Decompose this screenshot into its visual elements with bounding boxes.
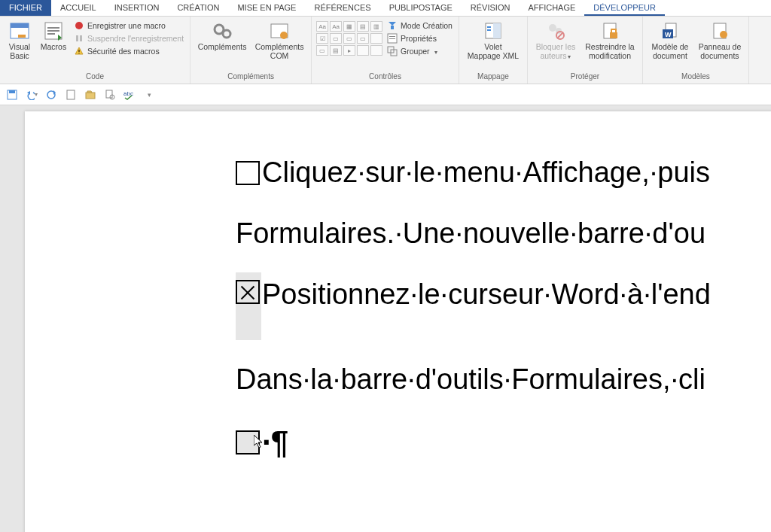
tab-layout[interactable]: MISE EN PAGE: [228, 0, 305, 16]
visual-basic-icon: [8, 20, 32, 42]
new-document-button[interactable]: [65, 89, 77, 101]
properties-icon: [387, 33, 398, 44]
svg-rect-13: [78, 53, 80, 53]
group-label-templates: Modèles: [681, 72, 710, 82]
group-code: Visual Basic Macros Enregistrer une macr…: [0, 17, 190, 84]
controls-gallery[interactable]: AaAa▦▤▥ ☑▭▭▭ ▭▤▸: [316, 21, 382, 56]
visual-basic-button[interactable]: Visual Basic: [5, 18, 35, 60]
properties-button[interactable]: Propriétés: [386, 32, 454, 44]
xml-pane-icon: [481, 20, 505, 42]
group-addins: Compléments Compléments COM Compléments: [190, 17, 312, 84]
tab-developer[interactable]: DÉVELOPPEUR: [584, 0, 665, 16]
svg-rect-10: [80, 35, 82, 41]
svg-rect-46: [67, 90, 75, 99]
svg-point-29: [549, 24, 556, 32]
svg-rect-9: [76, 35, 78, 41]
svg-marker-48: [87, 91, 92, 93]
qat-customize[interactable]: ▾: [143, 89, 155, 101]
paragraph-2-line-1: Positionnez·le·curseur·Word·à·l'end: [236, 278, 771, 311]
svg-point-17: [280, 32, 288, 39]
svg-rect-47: [86, 93, 95, 99]
ribbon: Visual Basic Macros Enregistrer une macr…: [0, 17, 771, 84]
group-icon: [387, 46, 398, 56]
macro-security-button[interactable]: Sécurité des macros: [72, 45, 185, 57]
svg-rect-22: [389, 38, 395, 39]
design-mode-icon: [387, 20, 398, 31]
svg-rect-42: [9, 90, 15, 93]
document-template-button[interactable]: W Modèle de document: [648, 18, 693, 60]
print-preview-button[interactable]: [104, 89, 116, 101]
tab-view[interactable]: AFFICHAGE: [519, 0, 584, 16]
com-gear-icon: [267, 20, 291, 42]
block-authors-button: Bloquer les auteurs: [532, 18, 579, 62]
paragraph-3: ·¶: [236, 424, 771, 461]
ribbon-tabs: FICHIER ACCUEIL INSERTION CRÉATION MISE …: [0, 0, 771, 17]
group-controls: AaAa▦▤▥ ☑▭▭▭ ▭▤▸ Mode Création Propriété…: [312, 17, 459, 84]
paragraph-1-line-2: Formulaires.·Une·nouvelle·barre·d'ou: [236, 217, 771, 250]
tab-design[interactable]: CRÉATION: [168, 0, 228, 16]
record-icon: [74, 20, 84, 31]
svg-rect-21: [389, 36, 395, 37]
svg-rect-19: [391, 26, 394, 29]
pause-icon: [74, 33, 84, 44]
group-controls-button[interactable]: Grouper: [386, 45, 454, 57]
svg-rect-1: [11, 23, 29, 28]
macros-icon: [41, 20, 66, 42]
shield-warning-icon: [74, 46, 84, 56]
svg-rect-6: [47, 33, 55, 35]
design-mode-button[interactable]: Mode Création: [386, 20, 454, 32]
svg-point-40: [720, 31, 727, 38]
block-authors-icon: [544, 20, 568, 42]
spelling-button[interactable]: abc: [123, 89, 136, 101]
lock-document-icon: [598, 20, 622, 42]
redo-button[interactable]: [45, 89, 57, 101]
document-workspace: Cliquez·sur·le·menu·Affichage,·puis Form…: [0, 105, 771, 532]
gear-icon: [210, 20, 234, 42]
svg-rect-2: [18, 35, 26, 38]
checkbox-control-3[interactable]: [236, 430, 260, 454]
group-templates: W Modèle de document Panneau de document…: [643, 17, 749, 84]
group-label-addins: Compléments: [227, 72, 274, 82]
document-panel-button[interactable]: Panneau de documents: [696, 18, 744, 60]
paragraph-2-line-2: Dans·la·barre·d'outils·Formulaires,·cli: [236, 363, 771, 396]
svg-rect-5: [47, 30, 59, 32]
checkbox-control-1[interactable]: [236, 161, 260, 185]
addins-button[interactable]: Compléments: [195, 18, 249, 51]
svg-rect-28: [487, 29, 491, 31]
svg-marker-18: [389, 22, 396, 26]
macros-button[interactable]: Macros: [38, 18, 69, 51]
pause-recording-button: Suspendre l'enregistrement: [72, 32, 185, 44]
xml-mapping-pane-button[interactable]: Volet Mappage XML: [464, 18, 523, 60]
tab-mailings[interactable]: PUBLIPOSTAGE: [380, 0, 462, 16]
svg-point-8: [75, 22, 83, 29]
group-mapping: Volet Mappage XML Mappage: [459, 17, 528, 84]
tab-references[interactable]: RÉFÉRENCES: [305, 0, 379, 16]
group-label-mapping: Mappage: [477, 72, 509, 82]
tab-review[interactable]: RÉVISION: [462, 0, 520, 16]
open-button[interactable]: [84, 89, 96, 101]
checkbox-control-2[interactable]: [236, 280, 260, 304]
record-macro-button[interactable]: Enregistrer une macro: [72, 20, 185, 32]
document-page[interactable]: Cliquez·sur·le·menu·Affichage,·puis Form…: [25, 111, 771, 532]
tab-file[interactable]: FICHIER: [0, 0, 51, 16]
word-template-icon: W: [658, 20, 682, 42]
group-label-protect: Protéger: [571, 72, 599, 82]
paragraph-1-line-1: Cliquez·sur·le·menu·Affichage,·puis: [236, 157, 771, 189]
com-addins-button[interactable]: Compléments COM: [252, 18, 306, 60]
restrict-editing-button[interactable]: Restreindre la modification: [582, 18, 638, 60]
document-panel-icon: [708, 20, 732, 42]
svg-rect-49: [106, 90, 112, 98]
save-button[interactable]: [6, 89, 18, 101]
undo-button[interactable]: ▾: [26, 89, 38, 101]
svg-rect-27: [487, 26, 491, 28]
svg-text:W: W: [665, 31, 672, 38]
svg-rect-26: [493, 23, 501, 38]
svg-point-15: [223, 30, 230, 38]
tab-home[interactable]: ACCUEIL: [51, 0, 105, 16]
group-label-controls: Contrôles: [369, 72, 401, 82]
group-protect: Bloquer les auteurs Restreindre la modif…: [528, 17, 643, 84]
svg-rect-4: [47, 27, 59, 29]
tab-insert[interactable]: INSERTION: [105, 0, 169, 16]
svg-rect-12: [78, 50, 80, 52]
quick-access-toolbar: ▾ abc ▾: [0, 84, 771, 105]
